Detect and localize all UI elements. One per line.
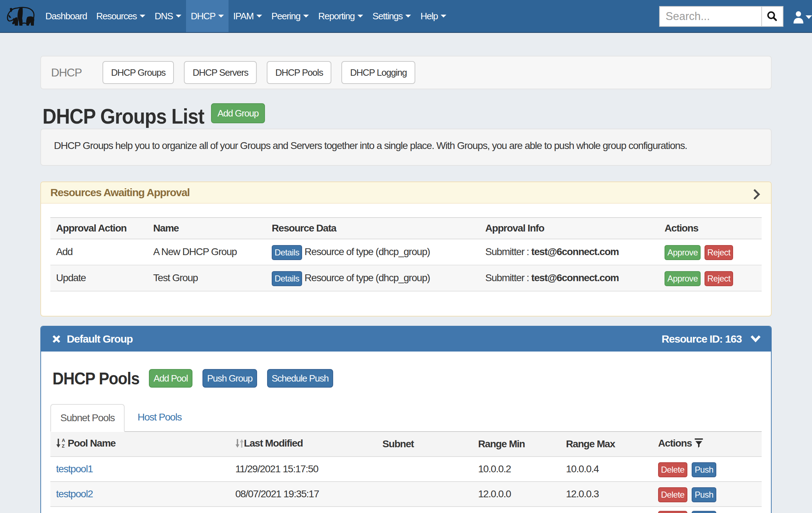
svg-text:A: A (62, 438, 65, 443)
svg-text:Z: Z (62, 443, 65, 448)
